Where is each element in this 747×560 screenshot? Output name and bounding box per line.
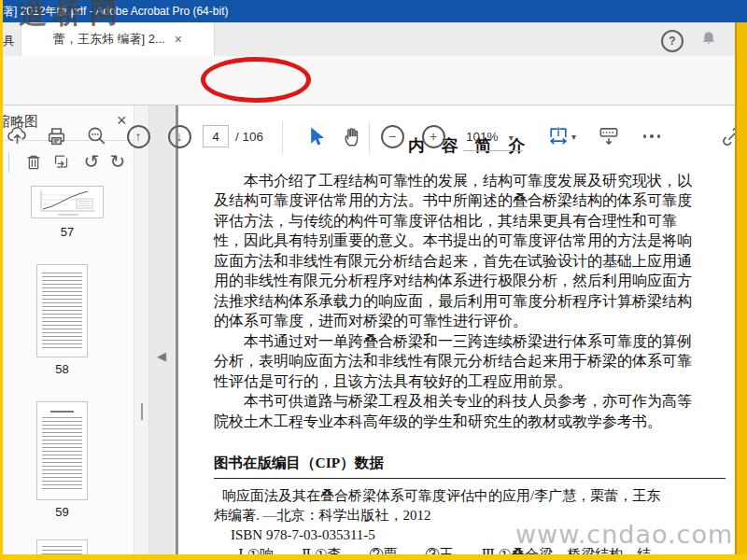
thumbnail-page-57[interactable] [31, 186, 104, 218]
thumbnail-text-lines [42, 273, 82, 349]
screenshot-border-right [735, 22, 747, 560]
toolbar-separator [369, 121, 370, 153]
thumbnail-label: 57 [31, 225, 104, 239]
arrow-down-icon: ↓ [168, 125, 191, 148]
doc-line: 院校土木工程专业本科高年级的学生和研究生的教材或教学参考书。 [214, 412, 726, 432]
zoom-out-button[interactable]: − [379, 123, 405, 149]
screenshot-border-bottom [0, 554, 747, 560]
tab-document[interactable]: 蕾，王东炜 编著] 2... × [21, 22, 215, 56]
main-toolbar: ↑ ↓ 4 / 106 − + 101% ▾ ▾ [0, 56, 747, 105]
select-tool-icon[interactable] [303, 123, 329, 149]
fit-width-button[interactable]: ▾ [543, 123, 580, 149]
doc-line: 用的非线性有限元分析程序对结构体系进行极限分析，然后利用响应面方 [214, 271, 726, 291]
previous-page-button[interactable]: ↑ [125, 123, 151, 149]
cip-line: 响应面法及其在叠合桥梁体系可靠度评估中的应用/李广慧，栗蕾，王东 [214, 486, 726, 506]
splitter-handle[interactable] [141, 403, 143, 420]
doc-line: 应面方法和非线性有限元分析结合起来，首先在试验设计的基础上应用通 [214, 251, 726, 272]
toolbar-separator [282, 121, 283, 153]
window-title: 编著] 2012年版.pdf - Adobe Acrobat Pro (64-b… [0, 0, 228, 22]
rotate-ccw-button[interactable]: ↺ [79, 149, 104, 174]
ellipsis-icon [643, 134, 661, 138]
rotate-cw-button[interactable]: ↻ [106, 149, 130, 174]
document-page: 内 容 简 介 本书介绍了工程结构可靠性的发展，结构可靠度发展及研究现状，以 及… [176, 105, 747, 555]
delete-page-button[interactable] [21, 150, 46, 175]
plus-icon: + [422, 125, 445, 148]
thumbnail-text-lines [42, 417, 82, 492]
doc-line: 性，因此具有特别重要的意义。本书提出的可靠度评估常用的方法是将响 [214, 231, 726, 251]
page-content: 内 容 简 介 本书介绍了工程结构可靠性的发展，结构可靠度发展及研究现状，以 及… [214, 136, 726, 555]
upload-cloud-button[interactable] [4, 123, 30, 149]
thumbnail-page-58[interactable] [36, 264, 88, 357]
doc-line: 性评估是可行的，且该方法具有较好的工程应用前景。 [214, 371, 726, 392]
zoom-level-dropdown[interactable]: 101% ▾ [466, 130, 514, 144]
panel-toolbar-separator [8, 152, 9, 173]
cip-line: ISBN 978-7-03-035311-5 [214, 525, 726, 545]
arrow-up-icon: ↑ [127, 125, 150, 148]
tab-document-label: 蕾，王东炜 编著] 2... [53, 31, 165, 48]
cip-line: 炜编著. —北京：科学出版社，2012 [214, 506, 726, 525]
chevron-down-icon: ▾ [571, 132, 576, 142]
extract-page-button[interactable] [49, 150, 74, 175]
doc-line: 本书可供道路与桥梁工程及相关专业的科技人员参考，亦可作为高等 [214, 391, 726, 412]
zoom-underline [463, 150, 523, 151]
thumbnail-heading-line [50, 411, 74, 413]
rotate-cw-glyph: ↻ [110, 152, 126, 171]
hide-toolbar-button[interactable] [596, 123, 622, 149]
doc-line: 及结构可靠度评估常用的方法。书中所阐述的叠合桥梁结构的体系可靠度 [214, 190, 726, 211]
doc-line: 法推求结构体系承载力的响应面，最后利用可靠度分析程序计算桥梁结构 [214, 291, 726, 312]
thumbnails-panel: 缩略图 × ↺ ↻ 57 5 [3, 105, 134, 555]
minus-icon: − [381, 125, 404, 148]
hand-tool-button[interactable] [339, 123, 365, 149]
screenshot-border-left [0, 0, 3, 560]
thumbnail-page-59[interactable] [36, 401, 88, 500]
next-page-button[interactable]: ↓ [166, 123, 192, 149]
help-glyph: ? [669, 35, 675, 48]
thumbnail-label: 59 [36, 505, 88, 519]
tab-bar: 具 蕾，王东炜 编著] 2... × [0, 22, 747, 57]
annotation-ellipse [201, 57, 311, 103]
doc-line: 分析，表明响应面方法和非线性有限元分析结合起来用于桥梁的体系可靠 [214, 351, 726, 371]
tab-tools-partial[interactable]: 具 [3, 33, 15, 49]
page-count-label: / 106 [235, 130, 263, 144]
cip-block: 图书在版编目（CIP）数据 响应面法及其在叠合桥梁体系可靠度评估中的应用/李广慧… [214, 453, 726, 555]
panel-splitter[interactable] [134, 105, 149, 555]
tab-close-icon[interactable]: × [175, 33, 182, 46]
zoom-in-button[interactable]: + [420, 123, 446, 149]
chevron-down-icon: ▾ [509, 133, 514, 143]
doc-line: 的体系可靠度，进而对桥梁的可靠性进行评价。 [214, 311, 726, 331]
zoom-level-value: 101% [466, 130, 499, 144]
prev-page-arrow[interactable]: ◀ [157, 349, 166, 363]
doc-line: 本书介绍了工程结构可靠性的发展，结构可靠度发展及研究现状，以 [214, 171, 726, 191]
cip-heading: 图书在版编目（CIP）数据 [214, 453, 726, 473]
more-tools-button[interactable] [639, 123, 665, 149]
help-icon[interactable]: ? [661, 30, 684, 52]
doc-line: 评估方法，与传统的构件可靠度评估相比，其结果更具有合理性和可靠 [214, 211, 726, 231]
rotate-ccw-glyph: ↺ [84, 152, 100, 171]
print-button[interactable] [43, 123, 69, 149]
cip-rule [214, 478, 726, 479]
bell-icon[interactable] [698, 29, 719, 49]
document-area[interactable]: ◀ 内 容 简 介 本书介绍了工程结构可靠性的发展，结构可靠度发展及研究现状，以… [149, 105, 747, 555]
search-button[interactable] [84, 123, 110, 149]
thumbnail-label: 58 [36, 362, 88, 376]
page-number-input[interactable]: 4 [203, 125, 229, 147]
thumbnail-page-60-partial[interactable] [36, 539, 88, 555]
window-titlebar: 编著] 2012年版.pdf - Adobe Acrobat Pro (64-b… [0, 0, 747, 22]
doc-line: 本书通过对一单跨叠合桥梁和一三跨连续桥梁进行体系可靠度的算例 [214, 331, 726, 352]
